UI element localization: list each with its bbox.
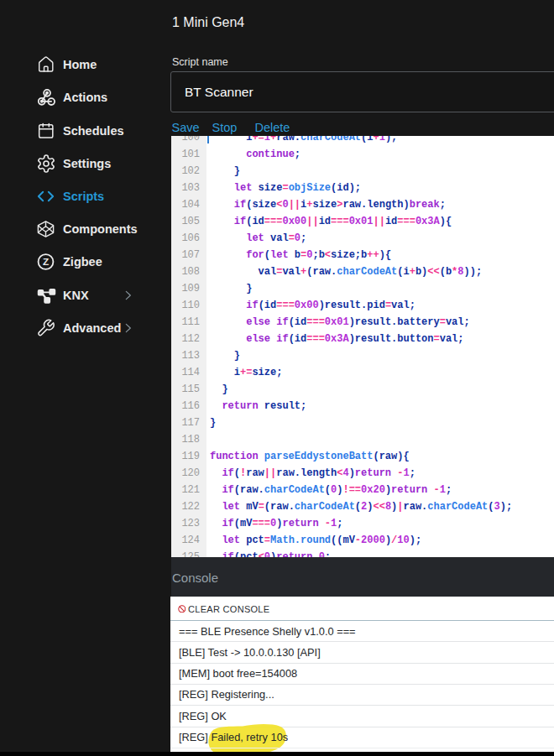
svg-text:Z: Z (42, 256, 48, 268)
